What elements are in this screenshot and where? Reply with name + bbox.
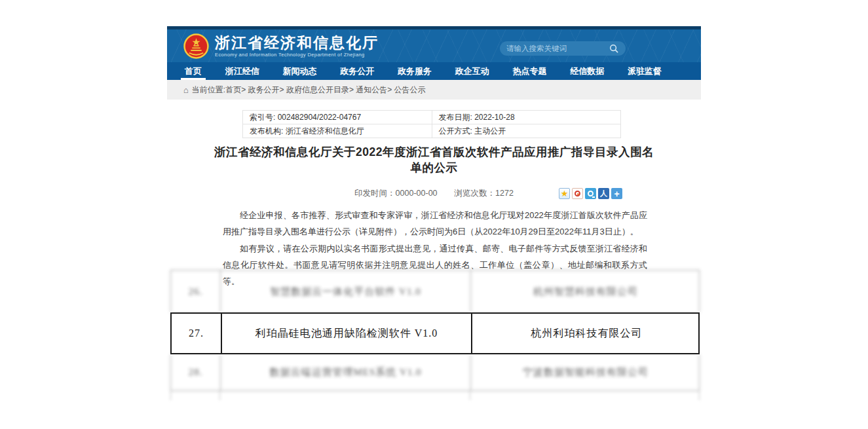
- print-time-value: 0000-00-00: [396, 189, 438, 198]
- nav-item-zhejiang-jingxin[interactable]: 浙江经信: [224, 62, 261, 80]
- company-name-cell: 宁波数据智能科技有限公司: [470, 354, 700, 390]
- table-cutoff-fade: [170, 391, 700, 400]
- search-box: [500, 41, 626, 56]
- shortlist-table: 26. 智慧数据云一体化平台软件 V1.0 杭州智慧科技有限公司 27. 利珀晶…: [170, 270, 700, 400]
- table-row-27: 27. 利珀晶硅电池通用缺陷检测软件 V1.0 杭州利珀科技有限公司: [170, 312, 700, 354]
- nav-item-home[interactable]: 首页: [183, 62, 203, 80]
- breadcrumb[interactable]: 当前位置:首页> 政务公开> 政府信息公开目录> 通知公告> 公告公示: [192, 84, 426, 96]
- search-icon[interactable]: [609, 44, 619, 54]
- breadcrumb-bar: ⌂ 当前位置:首页> 政务公开> 政府信息公开目录> 通知公告> 公告公示: [167, 80, 701, 100]
- site-title-english: Economy and Information Technology Depar…: [215, 52, 379, 58]
- national-emblem-icon: [183, 33, 209, 59]
- people-share-icon[interactable]: 人: [598, 188, 609, 199]
- row-number-cell: 26.: [171, 270, 220, 312]
- product-name-cell: 数据云端运营管理MES系统 V1.0: [220, 354, 470, 390]
- more-share-icon[interactable]: +: [611, 188, 622, 199]
- doc-publish-org: 发布机构: 浙江省经济和信息化厅: [243, 124, 432, 138]
- site-logo[interactable]: 浙江省经济和信息化厅 Economy and Information Techn…: [183, 33, 379, 59]
- nav-item-data[interactable]: 经信数据: [569, 62, 605, 80]
- article-paragraph: 经企业申报、各市推荐、形式审查和专家评审，浙江省经济和信息化厅现对2022年度浙…: [223, 207, 647, 240]
- print-time-label: 印发时间：: [354, 189, 396, 198]
- site-title: 浙江省经济和信息化厅: [215, 35, 379, 50]
- nav-item-gov-services[interactable]: 政务服务: [396, 62, 433, 80]
- nav-item-interaction[interactable]: 政企互动: [454, 62, 491, 80]
- share-bubble-icon[interactable]: [585, 188, 596, 199]
- favorite-star-icon[interactable]: ★: [559, 188, 570, 199]
- sina-weibo-icon[interactable]: [572, 188, 583, 199]
- share-toolbar: ★ 人 +: [559, 188, 622, 199]
- views-label: 浏览次数：: [455, 189, 496, 198]
- doc-disclosure-mode: 公开方式: 主动公开: [432, 124, 622, 138]
- table-row-28-blurred: 28. 数据云端运营管理MES系统 V1.0 宁波数据智能科技有限公司: [170, 354, 700, 391]
- nav-item-hot-topics[interactable]: 热点专题: [512, 62, 548, 80]
- views-value: 1272: [495, 189, 514, 198]
- nav-item-news[interactable]: 新闻动态: [282, 62, 318, 80]
- company-name-cell: 杭州智慧科技有限公司: [470, 270, 700, 312]
- table-row-26-blurred: 26. 智慧数据云一体化平台软件 V1.0 杭州智慧科技有限公司: [170, 270, 700, 312]
- row-number-cell: 27.: [172, 314, 221, 353]
- webpage: 浙江省经济和信息化厅 Economy and Information Techn…: [167, 26, 701, 429]
- home-icon: ⌂: [183, 86, 189, 94]
- doc-publish-date: 发布日期: 2022-10-28: [432, 111, 622, 124]
- site-title-block: 浙江省经济和信息化厅 Economy and Information Techn…: [215, 35, 379, 58]
- nav-item-supervision[interactable]: 派驻监督: [626, 62, 663, 80]
- product-name-cell: 利珀晶硅电池通用缺陷检测软件 V1.0: [221, 314, 471, 353]
- row-number-cell: 28.: [171, 354, 220, 390]
- doc-info-table: 索引号: 002482904/2022-04767 发布日期: 2022-10-…: [242, 110, 621, 138]
- company-name-cell: 杭州利珀科技有限公司: [471, 314, 701, 353]
- main-nav: 首页 浙江经信 新闻动态 政务公开 政务服务 政企互动 热点专题 经信数据 派驻…: [167, 62, 701, 80]
- site-header: 浙江省经济和信息化厅 Economy and Information Techn…: [167, 29, 701, 62]
- article-meta-row: 印发时间：0000-00-00浏览次数：1272 ★ 人 +: [167, 188, 701, 201]
- product-name-cell: 智慧数据云一体化平台软件 V1.0: [220, 270, 470, 312]
- search-input[interactable]: [506, 45, 609, 52]
- nav-item-gov-disclosure[interactable]: 政务公开: [339, 62, 375, 80]
- article-title: 浙江省经济和信息化厅关于2022年度浙江省首版次软件产品应用推广指导目录入围名单…: [212, 144, 657, 176]
- doc-index-number: 索引号: 002482904/2022-04767: [243, 111, 432, 124]
